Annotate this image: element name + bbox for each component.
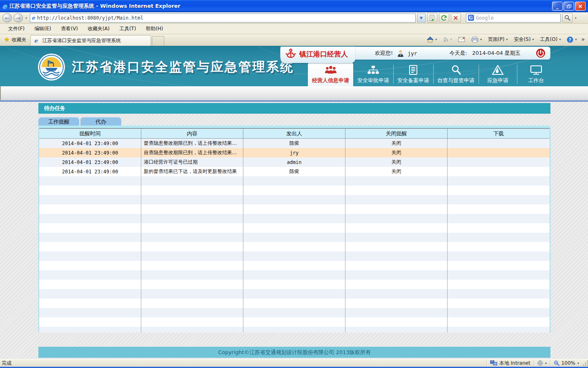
cell-reminder-time: 2014-04-01 23:49:00 [39, 139, 141, 148]
column-header: 提醒时间 [39, 129, 141, 138]
search-icon [564, 15, 570, 21]
today-date: 今天是: 2014-04-04 星期五 [450, 49, 521, 57]
port-logo [38, 53, 65, 81]
page-icon: e [32, 15, 35, 21]
table-row-empty [39, 261, 550, 270]
resize-grip[interactable] [582, 359, 588, 367]
org-name: 镇江港口经营人 [299, 49, 348, 59]
task-tab[interactable]: 工作提醒 [38, 117, 79, 126]
column-header: 发出人 [243, 129, 345, 138]
logout-button[interactable] [535, 48, 546, 58]
table-row-empty [39, 195, 550, 204]
nav-item[interactable]: 工作台 [517, 62, 555, 86]
page-menu-button[interactable]: 页面(P)▾ [486, 35, 510, 44]
column-header: 下载 [448, 129, 550, 138]
stop-button[interactable]: × [451, 13, 461, 22]
task-table: 提醒时间内容发出人关闭提醒下载 2014-04-01 23:49:00 督查隐患… [38, 128, 550, 332]
close-reminder-link[interactable]: 关闭 [392, 168, 401, 175]
forward-button[interactable]: → [13, 13, 23, 22]
close-reminder-link[interactable]: 关闭 [392, 140, 401, 147]
brand: 江苏省港口安全监管与应急管理系统 [38, 53, 294, 81]
feeds-button[interactable]: ▾ [441, 36, 454, 44]
toolbar-overflow-icon[interactable]: » [580, 36, 586, 43]
browser-tab[interactable]: e 江苏省港口安全监管与应急管理系统 [30, 35, 151, 46]
table-row[interactable]: 2014-04-01 23:49:00 自查隐患整改期限已到，请上传整改结果… … [39, 148, 550, 157]
close-reminder-link[interactable]: 关闭 [392, 149, 401, 156]
table-row-empty [39, 298, 550, 308]
menu-item[interactable]: 查看(V) [56, 24, 83, 34]
refresh-button[interactable] [439, 13, 449, 22]
magnifier-icon [451, 65, 461, 75]
table-row-empty [39, 233, 550, 242]
cell-reminder-time: 2014-04-01 23:49:00 [39, 148, 141, 157]
table-row[interactable]: 2014-04-01 23:49:00 督查隐患整改期限已到，请上传整改结果… … [39, 139, 550, 148]
history-dropdown-icon[interactable]: ▾ [24, 16, 28, 20]
safety-menu-button[interactable]: 安全(S)▾ [512, 35, 537, 44]
close-reminder-link[interactable]: 关闭 [392, 159, 401, 166]
ie-icon: e [2, 2, 7, 10]
user-bar: 镇江港口经营人 欢迎您! jyr 今天是: 2014-04-04 星期五 [280, 47, 550, 60]
top-nav: 经营人信息申请 安全审批申请 安全备案申请 自查与督查申请 [308, 62, 555, 86]
star-icon: ★ [4, 36, 9, 43]
menu-item[interactable]: 编辑(E) [29, 24, 56, 34]
menu-item[interactable]: 文件(F) [3, 24, 29, 34]
search-go-button[interactable] [562, 13, 572, 22]
cell-content: 新的督查结果已下达，请及时更新整改结果 [141, 167, 243, 176]
nav-item[interactable]: 经营人信息申请 [308, 62, 353, 86]
tools-menu-button[interactable]: 工具(O)▾ [538, 35, 564, 44]
nav-item[interactable]: 自查与督查申请 [433, 62, 479, 86]
system-title: 江苏省港口安全监管与应急管理系统 [72, 58, 294, 76]
copyright-footer: Copyright©江苏省交通规划设计院股份有限公司 2013版权所有 [38, 347, 550, 358]
back-button[interactable]: ← [2, 13, 12, 22]
home-button[interactable]: ▾ [424, 35, 439, 44]
org-chart-icon [367, 65, 379, 75]
table-row-empty [39, 176, 550, 186]
google-icon: G [468, 15, 474, 21]
page-compat-icon [429, 15, 435, 21]
refresh-icon [441, 15, 447, 21]
nav-item[interactable]: 应急申请 [479, 62, 517, 86]
task-tab[interactable]: 代办 [80, 117, 121, 126]
nav-item[interactable]: 安全备案申请 [393, 62, 433, 86]
new-tab-stub[interactable] [152, 36, 164, 46]
cell-sender: admin [243, 157, 345, 167]
printer-icon [471, 36, 479, 43]
search-box[interactable]: G [466, 13, 561, 22]
table-row-empty [39, 186, 550, 195]
mail-button[interactable] [456, 36, 468, 43]
anchor-icon [285, 48, 296, 60]
print-button[interactable]: ▾ [469, 35, 484, 44]
address-field[interactable]: e [30, 13, 416, 22]
zoom-control[interactable]: 100% ▾ [550, 359, 582, 367]
cell-reminder-time: 2014-04-01 23:49:00 [39, 157, 141, 167]
compatibility-view-button[interactable] [427, 13, 437, 22]
monitor-icon [530, 65, 542, 75]
cell-download [448, 157, 550, 167]
search-input[interactable] [476, 15, 559, 21]
menu-item[interactable]: 帮助(H) [141, 24, 168, 34]
help-button[interactable]: ?▾ [564, 35, 579, 44]
favorites-button[interactable]: ★ 收藏夹 [2, 34, 30, 46]
sub-toolbar-strip [0, 86, 588, 100]
avatar [397, 49, 404, 57]
table-row[interactable]: 2014-04-01 23:49:00 新的督查结果已下达，请及时更新整改结果 … [39, 167, 550, 176]
address-dropdown[interactable]: ▼ [417, 13, 425, 22]
task-tabs: 工作提醒 代办 [38, 117, 121, 126]
close-button[interactable]: × [575, 2, 586, 11]
zone-indicator: 本地 Intranet [486, 359, 534, 367]
restore-button[interactable] [564, 2, 574, 11]
search-options-dropdown[interactable]: ▾ [574, 16, 578, 20]
tab-title: 江苏省港口安全监管与应急管理系统 [42, 37, 121, 44]
table-row[interactable]: 2014-04-01 23:49:00 港口经营许可证号已过期 admin 关闭 [39, 157, 550, 167]
menu-item[interactable]: 收藏夹(A) [83, 24, 115, 34]
table-row-empty [39, 214, 550, 223]
nav-item[interactable]: 安全审批申请 [353, 62, 393, 86]
main-content: 待办任务 工作提醒 代办 提醒时间内容发出人关闭提醒下载 201 [0, 102, 588, 359]
stop-icon: × [453, 15, 458, 21]
page-content: 江苏省港口安全监管与应急管理系统 经营人信息申请 安全审批申请 [0, 46, 588, 359]
address-input[interactable] [37, 15, 414, 21]
minimize-button[interactable]: _ [552, 2, 563, 11]
org-badge: 镇江港口经营人 [281, 47, 355, 63]
menu-item[interactable]: 工具(T) [114, 24, 141, 34]
protected-mode-control[interactable]: ▾ [534, 359, 550, 367]
